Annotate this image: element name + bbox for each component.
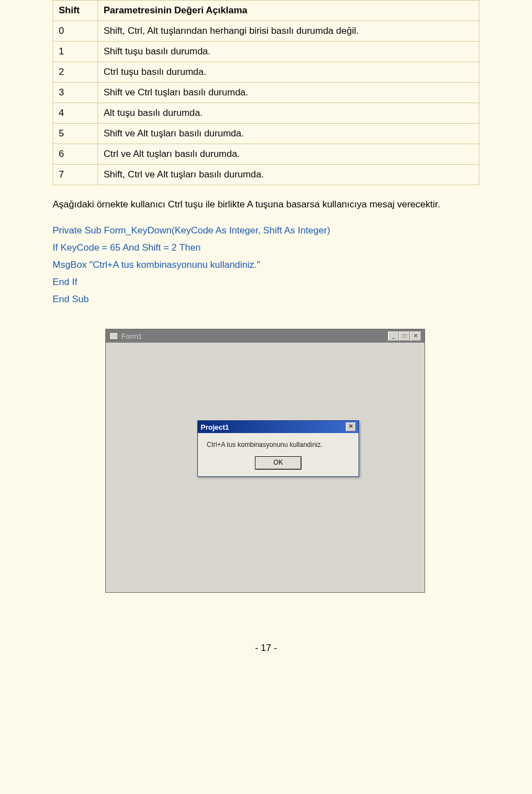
messagebox-title-text: Project1 xyxy=(201,423,229,431)
form1-titlebar[interactable]: Form1 _ □ ✕ xyxy=(106,329,424,343)
cell-value: 3 xyxy=(53,83,98,103)
cell-value: 6 xyxy=(53,144,98,165)
code-line: End Sub xyxy=(53,292,479,307)
th-desc: Parametresinin Değeri Açıklama xyxy=(98,1,479,21)
code-line: If KeyCode = 65 And Shift = 2 Then xyxy=(53,240,479,255)
cell-desc: Shift, Ctrl, Alt tuşlarından herhangi bi… xyxy=(98,21,479,42)
maximize-button[interactable]: □ xyxy=(399,332,410,341)
messagebox-text: Ctrl+A tus kombinasyonunu kullandiniz. xyxy=(204,441,352,449)
cell-desc: Ctrl tuşu basılı durumda. xyxy=(98,62,479,83)
cell-value: 1 xyxy=(53,42,98,62)
close-button[interactable]: ✕ xyxy=(410,332,421,341)
cell-value: 7 xyxy=(53,165,98,185)
form1-client-area: Project1 ✕ Ctrl+A tus kombinasyonunu kul… xyxy=(106,343,424,592)
messagebox-body: Ctrl+A tus kombinasyonunu kullandiniz. O… xyxy=(198,433,359,476)
form1-window: Form1 _ □ ✕ Project1 ✕ Ctrl+A tus kombin… xyxy=(105,329,425,593)
table-row: 3 Shift ve Ctrl tuşları basılı durumda. xyxy=(53,83,479,103)
page-number: - 17 - xyxy=(0,632,532,670)
cell-value: 0 xyxy=(53,21,98,42)
messagebox-window: Project1 ✕ Ctrl+A tus kombinasyonunu kul… xyxy=(197,420,359,477)
table-row: 1 Shift tuşu basılı durumda. xyxy=(53,42,479,62)
cell-desc: Shift, Ctrl ve Alt tuşları basılı durumd… xyxy=(98,165,479,185)
code-line: Private Sub Form_KeyDown(KeyCode As Inte… xyxy=(53,223,479,238)
cell-desc: Alt tuşu basılı durumda. xyxy=(98,103,479,124)
ok-button[interactable]: OK xyxy=(255,456,301,470)
shift-parameter-table: Shift Parametresinin Değeri Açıklama 0 S… xyxy=(53,0,479,185)
minimize-button[interactable]: _ xyxy=(388,332,399,341)
cell-desc: Shift ve Ctrl tuşları basılı durumda. xyxy=(98,83,479,103)
window-controls: _ □ ✕ xyxy=(388,332,421,341)
cell-value: 5 xyxy=(53,124,98,144)
form-icon xyxy=(109,332,118,340)
table-row: 2 Ctrl tuşu basılı durumda. xyxy=(53,62,479,83)
table-row: 0 Shift, Ctrl, Alt tuşlarından herhangi … xyxy=(53,21,479,42)
code-line: End If xyxy=(53,274,479,289)
table-row: 7 Shift, Ctrl ve Alt tuşları basılı duru… xyxy=(53,165,479,185)
messagebox-close-button[interactable]: ✕ xyxy=(346,423,356,431)
table-row: 5 Shift ve Alt tuşları basılı durumda. xyxy=(53,124,479,144)
document-body: Shift Parametresinin Değeri Açıklama 0 S… xyxy=(0,0,532,632)
cell-desc: Shift tuşu basılı durumda. xyxy=(98,42,479,62)
form1-title-text: Form1 xyxy=(121,332,142,340)
table-row: 4 Alt tuşu basılı durumda. xyxy=(53,103,479,124)
paragraph-text: Aşağıdaki örnekte kullanıcı Ctrl tuşu il… xyxy=(53,197,479,212)
cell-value: 4 xyxy=(53,103,98,124)
cell-desc: Ctrl ve Alt tuşları basılı durumda. xyxy=(98,144,479,165)
table-row: 6 Ctrl ve Alt tuşları basılı durumda. xyxy=(53,144,479,165)
code-block: Private Sub Form_KeyDown(KeyCode As Inte… xyxy=(53,223,479,307)
titlebar-left: Form1 xyxy=(109,332,142,340)
cell-value: 2 xyxy=(53,62,98,83)
cell-desc: Shift ve Alt tuşları basılı durumda. xyxy=(98,124,479,144)
code-line: MsgBox "Ctrl+A tus kombinasyonunu kullan… xyxy=(53,257,479,272)
th-shift: Shift xyxy=(53,1,98,21)
messagebox-titlebar[interactable]: Project1 ✕ xyxy=(198,421,359,433)
